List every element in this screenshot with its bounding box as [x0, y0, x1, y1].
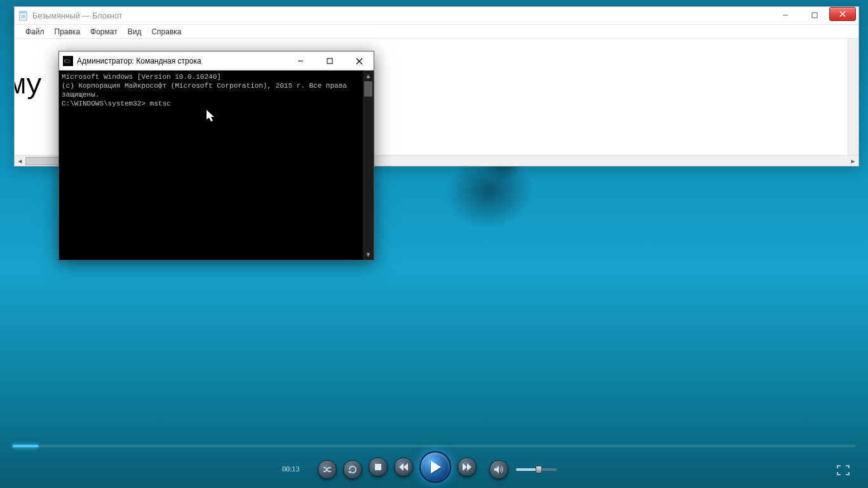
svg-marker-22	[467, 463, 471, 471]
cmd-prompt: C:\WINDOWS\system32> mstsc	[62, 99, 371, 108]
menu-help[interactable]: Справка	[147, 26, 186, 37]
cmd-icon: C:\	[63, 56, 73, 66]
play-button[interactable]	[419, 451, 451, 483]
cmd-output[interactable]: Microsoft Windows [Version 10.0.10240] (…	[59, 71, 374, 110]
shuffle-button[interactable]	[318, 460, 337, 479]
svg-marker-19	[399, 463, 403, 471]
notepad-vscrollbar[interactable]	[848, 39, 858, 155]
svg-text:C:\: C:\	[64, 58, 71, 64]
notepad-title: Безымянный — Блокнот	[32, 11, 122, 20]
svg-rect-17	[375, 464, 381, 470]
cmd-scroll-up-icon[interactable]: ▲	[363, 71, 374, 81]
svg-marker-18	[403, 463, 408, 471]
cmd-line1: Microsoft Windows [Version 10.0.10240]	[62, 72, 371, 81]
cmd-maximize-button[interactable]	[315, 51, 344, 71]
notepad-icon	[18, 11, 29, 21]
notepad-menubar: Файл Правка Формат Вид Справка	[15, 25, 858, 39]
fullscreen-button[interactable]	[835, 464, 851, 477]
svg-marker-23	[494, 466, 499, 473]
cursor-icon	[207, 110, 215, 125]
cmd-scroll-down-icon[interactable]: ▼	[363, 249, 374, 260]
volume-fill	[516, 468, 536, 471]
notepad-titlebar[interactable]: Безымянный — Блокнот	[15, 7, 858, 25]
svg-marker-15	[207, 110, 214, 121]
video-played	[13, 445, 38, 447]
cmd-close-button[interactable]	[344, 51, 374, 71]
stop-button[interactable]	[369, 458, 388, 477]
cmd-line2: (c) Корпорация Майкрософт (Microsoft Cor…	[62, 81, 371, 99]
volume-slider[interactable]	[516, 468, 557, 471]
notepad-close-button[interactable]	[829, 7, 856, 21]
cmd-window: C:\ Администратор: Командная строка Micr…	[58, 51, 374, 261]
next-button[interactable]	[458, 458, 477, 477]
notepad-minimize-button[interactable]	[771, 8, 800, 22]
menu-file[interactable]: Файл	[21, 26, 49, 37]
volume-knob[interactable]	[536, 466, 542, 473]
repeat-button[interactable]	[343, 460, 362, 479]
menu-edit[interactable]: Правка	[50, 26, 85, 37]
cmd-minimize-button[interactable]	[286, 51, 315, 71]
svg-rect-1	[20, 11, 27, 13]
previous-button[interactable]	[394, 458, 413, 477]
svg-marker-20	[431, 461, 441, 473]
playback-time: 00:13	[282, 464, 299, 474]
menu-view[interactable]: Вид	[123, 26, 146, 37]
svg-rect-6	[812, 13, 817, 18]
svg-marker-21	[463, 463, 467, 471]
cmd-vscrollbar[interactable]: ▲ ▼	[363, 71, 374, 260]
cmd-titlebar[interactable]: C:\ Администратор: Командная строка	[59, 51, 374, 71]
scroll-right-icon[interactable]: ►	[848, 156, 858, 166]
video-seekbar[interactable]	[13, 445, 855, 447]
scroll-left-icon[interactable]: ◄	[15, 156, 25, 166]
cmd-title: Администратор: Командная строка	[77, 57, 201, 65]
mute-button[interactable]	[489, 460, 508, 479]
cmd-scroll-thumb[interactable]	[364, 81, 372, 97]
svg-rect-12	[327, 58, 332, 64]
hscroll-thumb[interactable]	[25, 157, 64, 165]
menu-format[interactable]: Формат	[86, 26, 122, 37]
notepad-maximize-button[interactable]	[800, 8, 829, 22]
